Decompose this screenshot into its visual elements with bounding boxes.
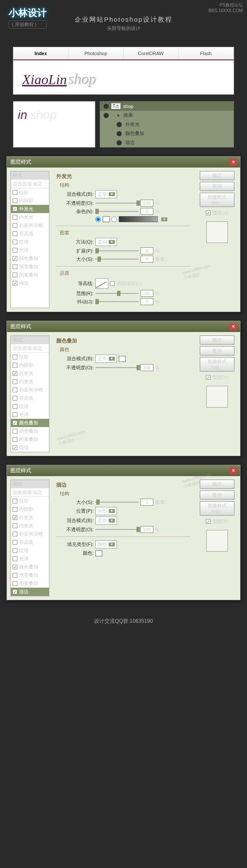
blend-options[interactable]: 混合选项:自定 (11, 344, 49, 353)
new-style-button[interactable]: 新建样式(W)... (200, 193, 234, 207)
nav-tab-coreldraw[interactable]: CorelDRAW (124, 47, 179, 59)
style-item[interactable]: 投影 (11, 353, 49, 361)
eye-icon[interactable] (117, 131, 122, 136)
position-select[interactable]: 外部▼ (95, 507, 117, 515)
style-item[interactable]: 纹理 (11, 238, 49, 246)
layer-effects[interactable]: ▸ 效果 (100, 111, 234, 120)
style-item[interactable]: 图案叠加 (11, 435, 49, 444)
gradient-radio[interactable] (111, 217, 117, 222)
checkbox[interactable] (13, 248, 17, 253)
checkbox[interactable] (13, 396, 17, 401)
ok-button[interactable]: 确定 (200, 480, 234, 489)
color-swatch[interactable] (95, 550, 102, 556)
checkbox[interactable] (13, 573, 17, 578)
style-item[interactable]: 内阴影 (11, 361, 49, 369)
spread-input[interactable]: 0 (140, 247, 153, 254)
style-item[interactable]: 等高线 (11, 538, 49, 546)
noise-slider[interactable] (95, 211, 139, 212)
style-item[interactable]: 内发光 (11, 213, 49, 221)
style-item[interactable]: 光泽 (11, 246, 49, 254)
noise-input[interactable]: 0 (140, 208, 153, 215)
checkbox[interactable] (13, 240, 17, 244)
style-item[interactable]: 渐变叠加 (11, 427, 49, 435)
checkbox[interactable] (13, 515, 17, 520)
color-radio[interactable] (95, 217, 101, 222)
blend-mode-select[interactable]: 正常▼ (95, 355, 117, 363)
checkbox[interactable] (13, 445, 17, 450)
style-item[interactable]: 图案叠加 (11, 579, 49, 588)
nav-tab-index[interactable]: Index (13, 47, 68, 59)
style-item[interactable]: 纹理 (11, 402, 49, 411)
ok-button[interactable]: 确定 (200, 171, 234, 180)
layer-effect-item[interactable]: 颜色叠加 (113, 129, 234, 138)
checkbox[interactable] (13, 581, 17, 586)
color-swatch[interactable] (103, 216, 110, 222)
checkbox[interactable] (13, 523, 17, 528)
new-style-button[interactable]: 新建样式(W)... (200, 357, 234, 372)
style-item[interactable]: 外发光 (11, 513, 49, 522)
style-item[interactable]: 渐变叠加 (11, 263, 49, 271)
style-item[interactable]: 颜色叠加 (11, 563, 49, 571)
opacity-slider[interactable] (95, 367, 139, 368)
range-slider[interactable] (95, 293, 139, 294)
checkbox[interactable] (13, 565, 17, 569)
eye-icon[interactable] (117, 122, 122, 127)
style-item[interactable]: 投影 (11, 188, 49, 197)
preview-checkbox[interactable] (206, 375, 211, 380)
checkbox[interactable] (13, 207, 17, 211)
size-input[interactable]: 5 (140, 256, 153, 263)
style-item[interactable]: 内阴影 (11, 197, 49, 205)
ok-button[interactable]: 确定 (200, 335, 234, 345)
layer-effect-item[interactable]: 描边 (113, 138, 234, 147)
nav-tab-photoshop[interactable]: Photoshop (68, 47, 124, 59)
style-item[interactable]: 投影 (11, 497, 49, 505)
opacity-input[interactable]: 100 (140, 364, 153, 371)
style-item[interactable]: 斜面和浮雕 (11, 386, 49, 394)
checkbox[interactable] (13, 388, 17, 392)
jitter-slider[interactable] (95, 301, 139, 302)
size-slider[interactable] (95, 502, 139, 503)
checkbox[interactable] (13, 273, 17, 277)
checkbox[interactable] (13, 556, 17, 561)
style-item[interactable]: 图案叠加 (11, 271, 49, 279)
checkbox[interactable] (13, 421, 17, 425)
cancel-button[interactable]: 取消 (200, 490, 234, 500)
style-item-outer-glow[interactable]: 外发光 (11, 205, 49, 213)
jitter-input[interactable]: 0 (140, 298, 153, 305)
checkbox[interactable] (13, 264, 17, 269)
style-item-stroke[interactable]: 描边 (11, 588, 49, 596)
new-style-button[interactable]: 新建样式(W)... (200, 501, 234, 516)
spread-slider[interactable] (95, 250, 139, 251)
style-item[interactable]: 内阴影 (11, 505, 49, 513)
size-input[interactable]: 1 (140, 499, 153, 506)
style-item[interactable]: 内发光 (11, 378, 49, 386)
layers-header[interactable]: T⚠ shop (100, 102, 234, 111)
style-item[interactable]: 描边 (11, 444, 49, 452)
fill-type-select[interactable]: 颜色▼ (95, 540, 117, 549)
style-item[interactable]: 等高线 (11, 230, 49, 238)
checkbox[interactable] (13, 281, 17, 286)
checkbox[interactable] (13, 379, 17, 384)
opacity-slider[interactable] (95, 203, 139, 204)
style-item[interactable]: 外发光 (11, 369, 49, 378)
close-icon[interactable]: ✕ (230, 159, 237, 166)
style-item[interactable]: 光泽 (11, 411, 49, 419)
checkbox[interactable] (13, 215, 17, 220)
checkbox[interactable] (13, 532, 17, 536)
checkbox[interactable] (13, 223, 17, 228)
method-select[interactable]: 柔和▼ (95, 238, 117, 246)
color-swatch[interactable] (119, 356, 126, 362)
dialog-titlebar[interactable]: 图层样式 ✕ (7, 465, 240, 476)
style-item[interactable]: 内发光 (11, 522, 49, 530)
style-item[interactable]: 斜面和浮雕 (11, 530, 49, 538)
chevron-down-icon[interactable]: ▼ (161, 217, 167, 221)
opacity-input[interactable]: 100 (140, 526, 153, 533)
size-slider[interactable] (95, 259, 139, 260)
dialog-titlebar[interactable]: 图层样式 ✕ (7, 321, 240, 332)
contour-picker[interactable] (95, 278, 108, 289)
checkbox[interactable] (13, 363, 17, 368)
nav-tab-flash[interactable]: Flash (179, 47, 234, 59)
gradient-picker[interactable] (119, 216, 158, 222)
checkbox[interactable] (13, 429, 17, 434)
checkbox[interactable] (13, 231, 17, 236)
